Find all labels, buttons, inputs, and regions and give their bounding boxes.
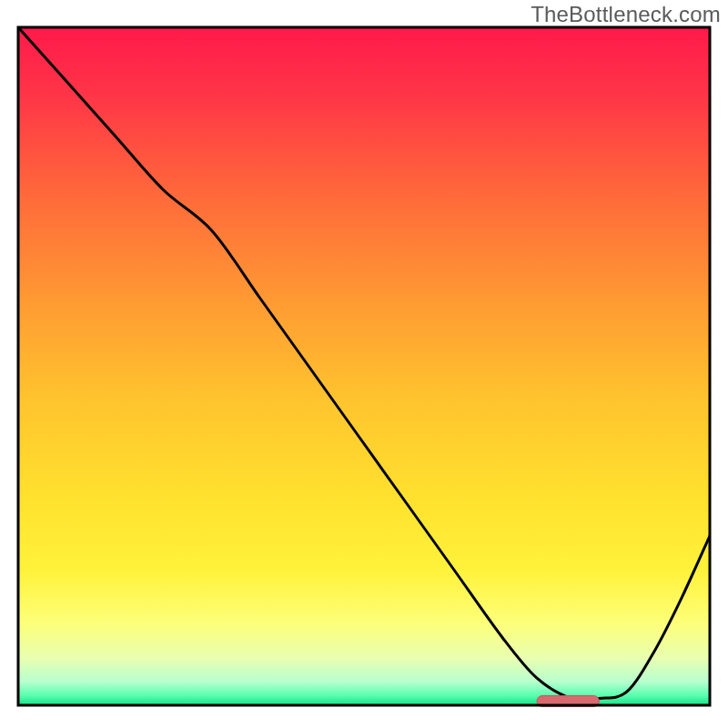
chart-stage: TheBottleneck.com (0, 0, 728, 728)
bottleneck-chart (0, 0, 728, 728)
watermark-text: TheBottleneck.com (531, 2, 721, 27)
heat-gradient-background (18, 27, 710, 705)
